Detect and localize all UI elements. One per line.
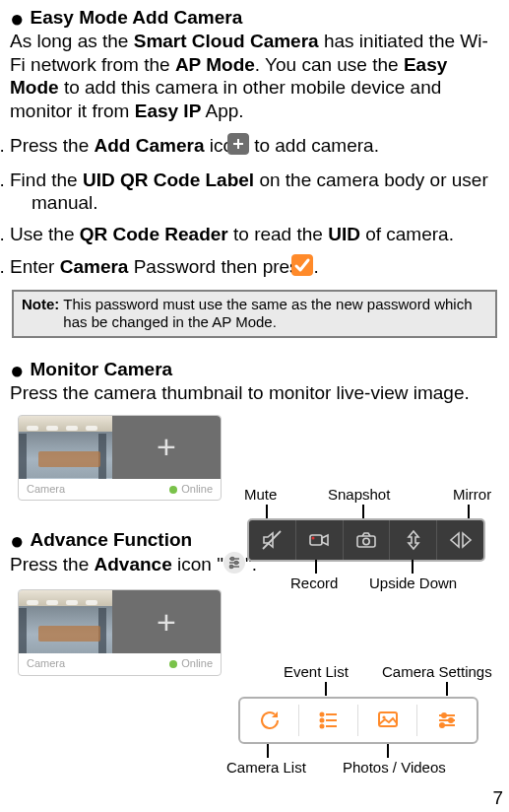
leader-line: [325, 682, 327, 696]
leader-line: [468, 505, 470, 518]
leader-line: [412, 560, 414, 574]
sliders-icon: [433, 707, 461, 734]
step-4: Enter Camera Password then press .: [10, 254, 499, 282]
text: App.: [201, 101, 243, 121]
event-list-button[interactable]: [299, 699, 358, 742]
plus-icon: +: [157, 426, 176, 468]
mute-button[interactable]: [249, 520, 296, 560]
text: Password then press: [128, 256, 313, 277]
advance-toolbar: [238, 697, 478, 744]
camera-thumbnail-card[interactable]: + Camera Online: [18, 589, 222, 676]
text: UID: [328, 224, 360, 244]
camera-preview-image[interactable]: [19, 416, 112, 479]
label-mute: Mute: [244, 486, 277, 505]
text: Camera: [60, 256, 129, 277]
label-mirror: Mirror: [453, 486, 491, 505]
svg-point-27: [449, 718, 453, 722]
text: QR Code Reader: [80, 224, 228, 244]
camera-list-button[interactable]: [240, 699, 299, 742]
camera-preview-image[interactable]: [19, 590, 112, 653]
svg-point-8: [363, 538, 369, 544]
camera-thumbnail-card[interactable]: + Camera Online: [18, 415, 222, 502]
camera-name: Camera: [27, 657, 65, 671]
text: to add camera.: [249, 135, 379, 156]
heading-text: Advance Function: [31, 529, 193, 550]
refresh-icon: [256, 707, 284, 734]
leader-line: [362, 505, 364, 518]
para-monitor: Press the camera thumbnail to monitor li…: [10, 381, 499, 405]
camera-settings-button[interactable]: [417, 699, 477, 742]
leader-line: [446, 682, 448, 696]
leader-line: [267, 744, 269, 758]
svg-point-20: [321, 725, 324, 728]
leader-line: [315, 560, 317, 574]
videocam-icon: [307, 528, 331, 552]
gallery-icon: [374, 707, 402, 734]
leader-line: [387, 744, 389, 758]
label-record: Record: [290, 575, 338, 593]
bullet-icon: ●: [10, 5, 25, 32]
plus-icon: +: [157, 601, 176, 643]
mirror-button[interactable]: [437, 520, 483, 560]
note-text: This password must use the same as the n…: [63, 296, 487, 333]
note-box: Note: This password must use the same as…: [12, 290, 497, 339]
label-snapshot: Snapshot: [328, 486, 390, 505]
photos-videos-button[interactable]: [358, 699, 417, 742]
steps-list: Press the Add Camera icon to add camera.…: [10, 133, 499, 282]
note-label: Note:: [22, 296, 59, 333]
status-text: Online: [181, 657, 213, 669]
text: Easy IP: [135, 101, 202, 121]
text: Find the: [10, 169, 83, 190]
step-1: Press the Add Camera icon to add camera.: [10, 133, 499, 161]
upside-down-button[interactable]: [390, 520, 437, 560]
svg-point-18: [321, 719, 324, 722]
status-dot-icon: [169, 660, 177, 668]
text: As long as the: [10, 31, 134, 51]
heading-text: Monitor Camera: [31, 359, 173, 379]
camera-status: Online: [169, 657, 213, 671]
step-2: Find the UID QR Code Label on the camera…: [10, 169, 499, 216]
label-photos-videos: Photos / Videos: [343, 759, 446, 778]
advance-icon: [223, 552, 245, 579]
camera-icon: [354, 528, 378, 552]
text: icon ": [172, 554, 223, 575]
text: Press the: [10, 554, 95, 575]
para-easy-mode: As long as the Smart Cloud Camera has in…: [10, 30, 499, 123]
advance-toolbar-callout: Event List Camera Settings Camera List P…: [234, 665, 508, 788]
label-upside-down: Upside Down: [369, 575, 457, 593]
add-camera-slot[interactable]: +: [112, 590, 221, 653]
text: . You can use the: [255, 54, 404, 75]
camera-status: Online: [169, 483, 213, 497]
add-camera-slot[interactable]: +: [112, 416, 221, 479]
text: Smart Cloud Camera: [134, 31, 319, 51]
text: UID QR Code Label: [83, 169, 254, 190]
svg-point-16: [321, 713, 324, 716]
status-text: Online: [181, 483, 213, 495]
text: Enter: [10, 256, 60, 277]
svg-point-25: [442, 713, 446, 717]
text: Add Camera: [95, 135, 205, 156]
flip-vertical-icon: [402, 528, 425, 552]
text: to read the: [228, 224, 328, 244]
heading-monitor: ●Monitor Camera: [10, 358, 499, 381]
bullet-icon: ●: [10, 527, 25, 554]
leader-line: [266, 505, 268, 518]
camera-name: Camera: [27, 483, 65, 497]
snapshot-button[interactable]: [344, 520, 391, 560]
label-event-list: Event List: [284, 663, 349, 682]
step-3: Use the QR Code Reader to read the UID o…: [10, 223, 499, 246]
svg-rect-3: [291, 254, 313, 276]
heading-text: Easy Mode Add Camera: [31, 7, 243, 28]
flip-horizontal-icon: [447, 528, 475, 552]
live-control-callout: Mute Snapshot Mirror Record Upside Down: [246, 488, 507, 596]
svg-rect-5: [310, 535, 322, 545]
bullet-icon: ●: [10, 357, 25, 383]
text: Use the: [10, 224, 80, 244]
text: Press the: [10, 135, 95, 156]
label-camera-list: Camera List: [226, 759, 306, 778]
record-button[interactable]: [296, 520, 344, 560]
status-dot-icon: [169, 486, 177, 494]
text: AP Mode: [175, 54, 255, 75]
live-control-bar: [247, 518, 485, 562]
heading-easy-mode: ●Easy Mode Add Camera: [10, 6, 499, 30]
